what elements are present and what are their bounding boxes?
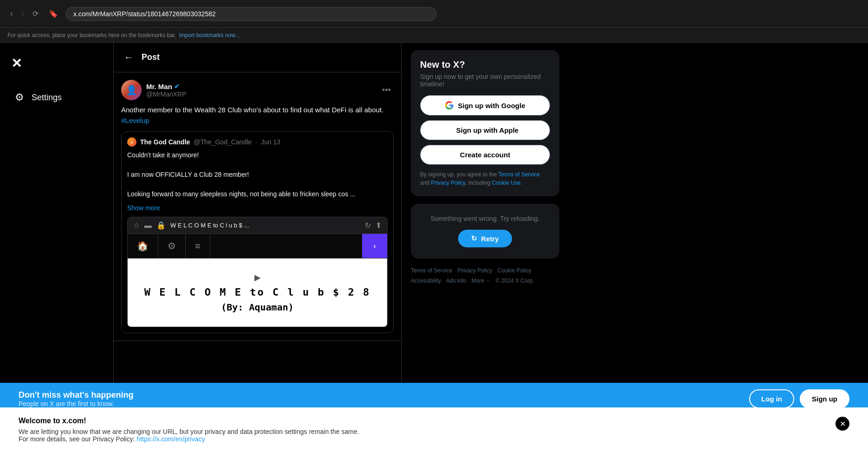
footer-more-link[interactable]: More ··· xyxy=(472,278,491,284)
next-button-embedded[interactable]: › xyxy=(362,234,387,258)
banner-login-button[interactable]: Log in xyxy=(749,389,794,408)
terms-of-service-link[interactable]: Terms of Service xyxy=(499,171,540,178)
user-details: Mr. Man ✔ @MrManXRP xyxy=(146,83,187,98)
new-to-x-card: New to X? Sign up now to get your own pe… xyxy=(411,50,559,196)
footer-tos-link[interactable]: Terms of Service xyxy=(411,267,452,274)
welcome-notice: Welcome to x.com! We are letting you kno… xyxy=(0,407,868,452)
post-user-row: 👤 Mr. Man ✔ @MrManXRP ••• xyxy=(121,80,394,100)
address-bar[interactable] xyxy=(65,7,437,21)
footer-privacy-link[interactable]: Privacy Policy xyxy=(458,267,492,274)
banner-title: Don't miss what's happening xyxy=(19,390,134,400)
green-lock-icon: 🔒 xyxy=(156,221,166,230)
x-logo: ✕ xyxy=(7,52,106,75)
hashtag[interactable]: #Levelup xyxy=(121,116,149,124)
new-to-x-title: New to X? xyxy=(420,59,550,70)
bookmarks-bar: For quick access, place your bookmarks h… xyxy=(0,28,868,43)
reload-button[interactable]: ⟳ xyxy=(30,7,41,20)
quote-avatar: 🕯 xyxy=(127,137,136,147)
banner-subtitle: People on X are the first to know. xyxy=(19,400,134,407)
home-icon-embedded: 🏠 xyxy=(128,234,158,258)
embedded-nav-bar: 🏠 ⚙ ≡ › xyxy=(128,234,387,258)
embedded-browser: ☆ ▬ 🔒 W E L C O M E to C l u b $ ... ↻ ⬆… xyxy=(127,217,388,327)
privacy-policy-link[interactable]: Privacy Policy xyxy=(431,180,465,186)
retry-label: Retry xyxy=(481,235,499,243)
signup-google-label: Sign up with Google xyxy=(458,102,525,110)
back-button[interactable]: ‹ xyxy=(7,7,16,20)
footer-cookie-link[interactable]: Cookie Policy xyxy=(498,267,531,274)
lock-icon-embedded: ▬ xyxy=(144,221,152,230)
banner-signup-button[interactable]: Sign up xyxy=(800,389,849,408)
error-text: Something went wrong. Try reloading. xyxy=(420,215,550,222)
welcome-title: Welcome to x.com! xyxy=(19,417,359,425)
show-more-button[interactable]: Show more xyxy=(127,204,160,212)
error-card: Something went wrong. Try reloading. ↻ R… xyxy=(411,204,559,258)
post-user-info: 👤 Mr. Man ✔ @MrManXRP xyxy=(121,80,187,100)
video-icon-embedded: ▶ xyxy=(254,272,261,283)
bookmarks-bar-text: For quick access, place your bookmarks h… xyxy=(7,32,176,39)
google-icon xyxy=(445,101,453,110)
close-welcome-button[interactable]: ✕ xyxy=(836,417,849,431)
new-to-x-subtitle: Sign up now to get your own personalized… xyxy=(420,73,550,88)
quote-tweet: 🕯 The God Candle @The_God_Candle · Jun 1… xyxy=(121,131,394,333)
avatar: 👤 xyxy=(121,80,142,100)
embedded-content: ▶ W E L C O M E to C l u b $ 2 8 (By: Aq… xyxy=(128,258,387,327)
retry-icon: ↻ xyxy=(471,234,477,243)
create-account-button[interactable]: Create account xyxy=(420,145,550,165)
footer-links: Terms of Service Privacy Policy Cookie P… xyxy=(411,266,559,286)
post-text: Another member to the Wealth 28 Club who… xyxy=(121,105,394,126)
more-options-button[interactable]: ••• xyxy=(379,83,394,98)
terms-text: By signing up, you agree to the Terms of… xyxy=(420,170,550,187)
user-handle: @MrManXRP xyxy=(146,90,187,98)
welcome-notice-content: Welcome to x.com! We are letting you kno… xyxy=(19,417,359,443)
quote-date-value: Jun 13 xyxy=(261,138,280,146)
bookmark-button[interactable]: 🔖 xyxy=(46,7,61,20)
retry-button[interactable]: ↻ Retry xyxy=(458,230,512,247)
signup-google-button[interactable]: Sign up with Google xyxy=(420,95,550,116)
footer-accessibility-link[interactable]: Accessibility xyxy=(411,278,441,284)
share-icon-embedded: ⬆ xyxy=(376,221,382,230)
embedded-page-subtitle: (By: Aquaman) xyxy=(221,302,294,313)
nav-buttons: ‹ › ⟳ xyxy=(7,7,41,20)
settings-icon-embedded: ⚙ xyxy=(158,234,186,258)
back-to-feed-button[interactable]: ← xyxy=(121,49,136,65)
quote-header: 🕯 The God Candle @The_God_Candle · Jun 1… xyxy=(127,137,388,147)
quote-author-name: The God Candle xyxy=(140,138,190,146)
footer-ads-link[interactable]: Ads info xyxy=(446,278,466,284)
cookie-use-link[interactable]: Cookie Use xyxy=(492,180,521,186)
settings-icon: ⚙ xyxy=(15,91,24,103)
welcome-privacy-link[interactable]: https://x.com/en/privacy xyxy=(136,435,205,443)
post-header-title: Post xyxy=(142,52,160,62)
embedded-browser-bar: ☆ ▬ 🔒 W E L C O M E to C l u b $ ... ↻ ⬆ xyxy=(128,217,387,234)
browser-chrome: ‹ › ⟳ 🔖 xyxy=(0,0,868,28)
reload-icon-embedded: ↻ xyxy=(365,221,371,230)
post-header: ← Post xyxy=(114,43,401,72)
banner-text: Don't miss what's happening People on X … xyxy=(19,390,134,407)
forward-button[interactable]: › xyxy=(19,7,27,20)
signup-apple-button[interactable]: Sign up with Apple xyxy=(420,120,550,140)
welcome-text: We are letting you know that we are chan… xyxy=(19,428,359,443)
post-card: 👤 Mr. Man ✔ @MrManXRP ••• Another member… xyxy=(114,72,401,341)
verified-badge: ✔ xyxy=(174,83,180,90)
user-name: Mr. Man ✔ xyxy=(146,83,187,90)
signup-apple-label: Sign up with Apple xyxy=(456,126,518,134)
list-icon-embedded: ≡ xyxy=(186,234,210,258)
quote-date: · xyxy=(255,138,257,146)
quote-text: Couldn't take it anymore! I am now OFFIC… xyxy=(127,150,388,199)
embedded-page-title: W E L C O M E to C l u b $ 2 8 xyxy=(144,286,370,298)
sidebar-label-settings: Settings xyxy=(32,93,62,103)
banner-actions: Log in Sign up xyxy=(749,389,849,408)
footer-copyright: © 2024 X Corp. xyxy=(496,278,534,284)
sidebar-item-settings[interactable]: ⚙ Settings xyxy=(7,86,106,109)
quote-author-handle: @The_God_Candle xyxy=(194,138,252,146)
import-bookmarks-link[interactable]: Import bookmarks now... xyxy=(179,32,240,39)
embedded-tab-title: W E L C O M E to C l u b $ ... xyxy=(170,222,360,229)
star-icon: ☆ xyxy=(133,221,140,230)
